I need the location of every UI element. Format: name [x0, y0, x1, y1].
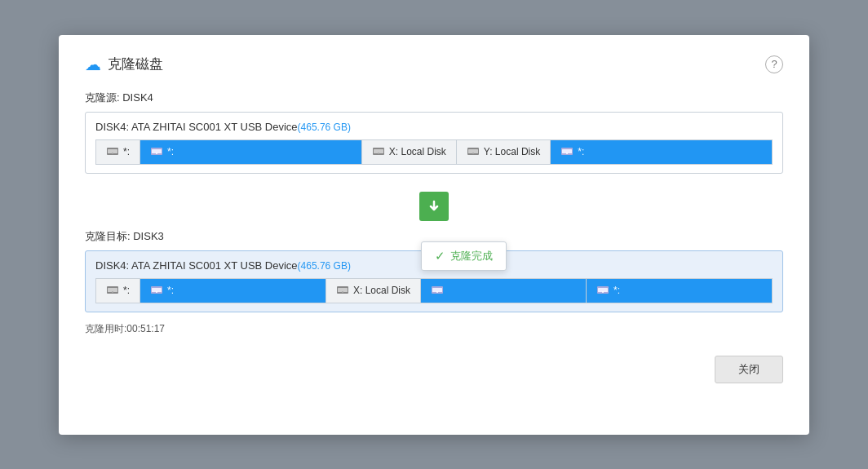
clone-complete-tooltip: ✓ 克隆完成 — [421, 241, 507, 271]
target-partition-x[interactable]: X: Local Disk — [326, 279, 421, 303]
cloud-icon: ☁ — [85, 55, 101, 74]
drive-icon-s1 — [106, 145, 119, 159]
source-partition-y[interactable]: Y: Local Disk — [457, 140, 551, 164]
target-partition-x-label: X: Local Disk — [353, 285, 410, 296]
arrow-container — [85, 184, 783, 229]
drive-icon-t1 — [106, 284, 119, 298]
dialog-header: ☁ 克隆磁盘 ? — [85, 55, 783, 74]
source-partition-last-label: *: — [578, 146, 584, 157]
svg-point-23 — [342, 291, 343, 293]
svg-point-26 — [436, 291, 438, 293]
source-partition-1[interactable]: *: — [96, 140, 140, 164]
drive-icon-tl — [596, 284, 609, 298]
source-partition-y-label: Y: Local Disk — [484, 146, 540, 157]
target-partition-1-label: *: — [123, 285, 130, 296]
source-partition-last[interactable]: *: — [551, 140, 772, 164]
source-partitions-row: *: *: X: Local Disk Y: Local Disk — [95, 139, 773, 165]
title-row: ☁ 克隆磁盘 — [85, 55, 163, 74]
svg-point-2 — [112, 153, 113, 154]
target-partition-2-label: *: — [167, 285, 174, 296]
drive-icon-sx — [372, 145, 385, 159]
svg-point-14 — [566, 153, 568, 154]
target-partition-1[interactable]: *: — [96, 279, 140, 303]
source-disk-box: DISK4: ATA ZHITAI SC001 XT USB Device(46… — [85, 112, 783, 174]
source-label: 克隆源: DISK4 — [85, 91, 783, 105]
dialog-footer: 关闭 — [85, 356, 783, 383]
source-partition-x[interactable]: X: Local Disk — [362, 140, 457, 164]
source-partition-2-label: *: — [167, 146, 174, 157]
svg-point-11 — [472, 153, 474, 154]
drive-icon-t2 — [150, 284, 163, 298]
source-disk-title: DISK4: ATA ZHITAI SC001 XT USB Device(46… — [95, 121, 773, 133]
target-partition-with-tooltip[interactable] — [421, 279, 587, 303]
drive-icon-sy — [467, 145, 480, 159]
clone-complete-text: 克隆完成 — [450, 249, 493, 263]
clone-disk-dialog: ☁ 克隆磁盘 ? 克隆源: DISK4 DISK4: ATA ZHITAI SC… — [59, 35, 809, 435]
target-partition-2[interactable]: *: — [140, 279, 326, 303]
drive-icon-sl — [560, 145, 574, 159]
svg-point-20 — [156, 291, 157, 293]
svg-point-29 — [602, 291, 604, 293]
help-button[interactable]: ? — [765, 55, 783, 73]
clone-time: 克隆用时:00:51:17 — [85, 322, 783, 336]
drive-icon-s2 — [150, 145, 163, 159]
checkmark-icon: ✓ — [435, 249, 445, 263]
svg-point-5 — [156, 153, 157, 154]
close-button[interactable]: 关闭 — [715, 356, 783, 383]
svg-point-17 — [112, 291, 113, 293]
target-disk-box: DISK4: ATA ZHITAI SC001 XT USB Device(46… — [85, 250, 783, 312]
target-partitions-row: *: *: X: Local Disk — [95, 278, 773, 303]
drive-icon-tt — [431, 284, 444, 298]
arrow-down-button[interactable] — [419, 192, 449, 221]
arrow-down-icon — [427, 199, 441, 214]
target-partition-last[interactable]: *: — [587, 279, 772, 303]
source-partition-1-label: *: — [123, 146, 130, 157]
dialog-title: 克隆磁盘 — [108, 55, 163, 73]
target-partition-last-label: *: — [613, 285, 620, 296]
drive-icon-tx — [336, 284, 349, 298]
source-partition-x-label: X: Local Disk — [389, 146, 446, 157]
source-partition-2[interactable]: *: — [140, 140, 362, 164]
svg-point-8 — [378, 153, 379, 154]
